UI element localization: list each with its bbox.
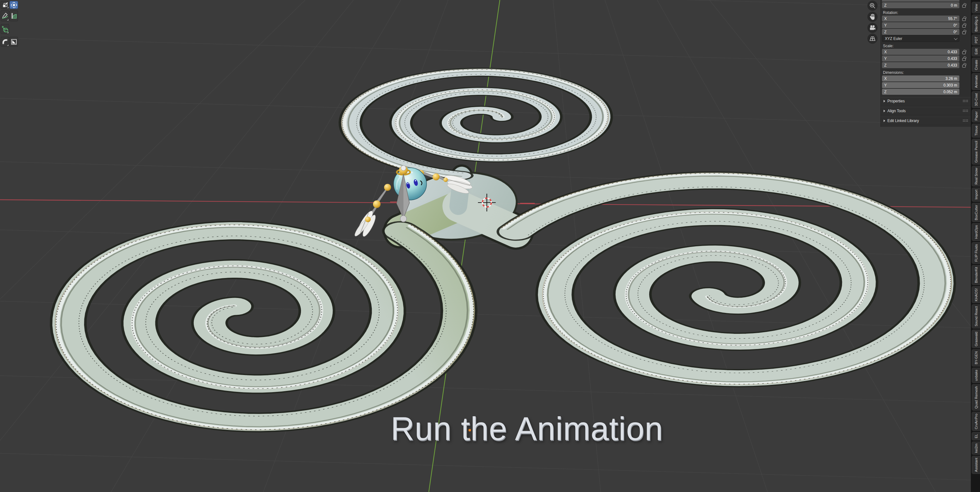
- axis-label: X: [884, 76, 887, 81]
- sidebar-tab-3d-coat[interactable]: 3D-Coat: [972, 91, 980, 108]
- tab-label: Sound React: [974, 306, 978, 327]
- axis-value: 55.7°: [948, 16, 957, 21]
- sidebar-tab-view[interactable]: View: [972, 2, 980, 13]
- rotation-mode-dropdown[interactable]: XYZ Euler: [882, 35, 959, 42]
- crown-ball: [401, 165, 406, 171]
- rotation-z-row[interactable]: Z 0°: [882, 29, 968, 35]
- pan-hand-icon[interactable]: [867, 12, 878, 22]
- expand-arrow-icon: [884, 110, 885, 112]
- sidebar-tab-graswald[interactable]: Graswald: [972, 330, 980, 348]
- sidebar-tab-real-snow[interactable]: Real Snow: [972, 166, 980, 186]
- sidebar-tab-flip-fluids[interactable]: FLIP Fluids: [972, 242, 980, 263]
- location-y-row-partial[interactable]: [882, 0, 968, 2]
- sidebar-tab-khaos[interactable]: KHAOS!: [972, 286, 980, 303]
- dimensions-z-field[interactable]: Z 0.052 m: [882, 89, 959, 95]
- 3d-text-object[interactable]: Run the Animation: [391, 410, 663, 448]
- sidebar-tab-boxcutter[interactable]: BoxCutter: [972, 203, 980, 222]
- sidebar-tab-grease-pencil[interactable]: Grease Pencil: [972, 139, 980, 165]
- tab-label: BY-GEN: [974, 351, 978, 364]
- unlock-icon[interactable]: [962, 23, 966, 28]
- unlock-icon[interactable]: [962, 56, 966, 61]
- scale-x-field[interactable]: X 0.433: [882, 49, 959, 55]
- rotation-z-field[interactable]: Z 0°: [882, 29, 959, 35]
- scale-y-row[interactable]: Y 0.433: [882, 56, 968, 62]
- tab-label: Animate: [974, 75, 978, 88]
- unlock-icon[interactable]: [962, 50, 966, 54]
- zoom-icon[interactable]: [867, 1, 878, 11]
- rotation-x-field[interactable]: X 55.7°: [882, 16, 959, 22]
- dimensions-x-row[interactable]: X 3.26 m: [882, 75, 968, 81]
- blender-3d-viewport[interactable]: Run the Animation: [0, 0, 980, 492]
- rotation-x-row[interactable]: X 55.7°: [882, 16, 968, 22]
- axis-label: X: [884, 50, 887, 54]
- sidebar-tab-blenrig6[interactable]: BlenRig 6: [972, 14, 980, 33]
- drag-grip-icon[interactable]: [963, 110, 968, 112]
- unlock-icon[interactable]: [962, 3, 966, 8]
- unlock-icon[interactable]: [962, 63, 966, 68]
- measure-tool-icon: [10, 13, 18, 20]
- add-primitive-tool-button[interactable]: [1, 24, 9, 34]
- scale-z-row[interactable]: Z 0.433: [882, 62, 968, 68]
- tab-label: View: [974, 4, 978, 11]
- scale-x-row[interactable]: X 0.433: [882, 49, 968, 55]
- tab-label: Assistant: [974, 458, 978, 472]
- tab-label: HardOps: [974, 225, 978, 239]
- scale-z-field[interactable]: Z 0.433: [882, 62, 959, 68]
- dimensions-z-row[interactable]: Z 0.052 m: [882, 89, 968, 95]
- drag-grip-icon[interactable]: [963, 100, 968, 102]
- tab-label: Tissue: [974, 125, 978, 136]
- sidebar-tab-import[interactable]: Import: [972, 188, 980, 201]
- sidebar-tab-paper[interactable]: Paper: [972, 110, 980, 122]
- grid-ortho-icon[interactable]: [867, 33, 878, 44]
- dimensions-y-row[interactable]: Y 0.303 m: [882, 82, 968, 88]
- camera-icon[interactable]: [867, 23, 878, 33]
- annotate-tool-icon: [1, 13, 9, 20]
- sidebar-tab-unbake[interactable]: unbake: [972, 368, 980, 383]
- rotation-mode-value: XYZ Euler: [885, 37, 902, 41]
- drag-grip-icon[interactable]: [963, 119, 968, 122]
- pipe-curve-tool-button[interactable]: [1, 37, 9, 47]
- dimensions-y-field[interactable]: Y 0.303 m: [882, 82, 959, 88]
- location-z-row[interactable]: Z 0 m: [882, 2, 968, 8]
- dimensions-x-field[interactable]: X 3.26 m: [882, 75, 959, 81]
- spiral-track-right[interactable]: [403, 131, 980, 420]
- spiral-track-top[interactable]: [318, 61, 628, 187]
- panel-header-properties[interactable]: Properties: [881, 97, 971, 105]
- sidebar-tab-el[interactable]: EL: [972, 432, 980, 440]
- rotation-mode-row: XYZ Euler: [882, 35, 959, 41]
- triangle-panel-tool-icon: [10, 38, 18, 45]
- sidebar-tab-edit[interactable]: Edit: [972, 47, 980, 56]
- sidebar-tab-hardops[interactable]: HardOps: [972, 223, 980, 241]
- tab-label: Edit: [974, 49, 978, 54]
- sidebar-tab-create[interactable]: Create: [972, 58, 980, 72]
- triangle-panel-tool-button[interactable]: [10, 37, 18, 47]
- sidebar-tab-by-gen[interactable]: BY-GEN: [972, 349, 980, 366]
- sidebar-tab-tissue[interactable]: Tissue: [972, 124, 980, 138]
- scale-tool-button[interactable]: [1, 1, 9, 9]
- unlock-icon[interactable]: [962, 16, 966, 21]
- move-tool-button[interactable]: [10, 1, 18, 9]
- sidebar-tab-quad-remesh[interactable]: Quad Remesh: [972, 384, 980, 411]
- sidebar-tab-kei2m[interactable]: kei2m: [972, 441, 980, 455]
- rotation-y-field[interactable]: Y 0°: [882, 22, 959, 28]
- tab-label: BlenderKit: [974, 267, 978, 283]
- panel-header-align-tools[interactable]: Align Tools: [881, 107, 971, 114]
- sidebar-tab-assistant[interactable]: Assistant: [972, 456, 980, 474]
- axis-value: 0.052 m: [943, 90, 957, 94]
- move-tool-icon: [11, 2, 18, 9]
- sidebar-tab-sound-react[interactable]: Sound React: [972, 304, 980, 329]
- axis-label: Y: [884, 56, 887, 61]
- rotation-y-row[interactable]: Y 0°: [882, 22, 968, 28]
- unlock-icon[interactable]: [962, 30, 966, 34]
- measure-tool-button[interactable]: [10, 11, 18, 21]
- sidebar-tab-crvarrpro[interactable]: CrvArrPro: [972, 412, 980, 431]
- sidebar-tab-pdt[interactable]: PDT: [972, 35, 980, 45]
- scale-y-field[interactable]: Y 0.433: [882, 56, 959, 62]
- panel-header-edit-linked-library[interactable]: Edit Linked Library: [881, 117, 971, 124]
- annotate-tool-button[interactable]: [1, 11, 9, 21]
- sidebar-tab-animate[interactable]: Animate: [972, 73, 980, 90]
- rotation-label: Rotation:: [883, 11, 971, 15]
- axis-value: 0.433: [948, 50, 957, 54]
- location-z-field[interactable]: Z 0 m: [882, 2, 959, 8]
- sidebar-tab-blenderkit[interactable]: BlenderKit: [972, 265, 980, 285]
